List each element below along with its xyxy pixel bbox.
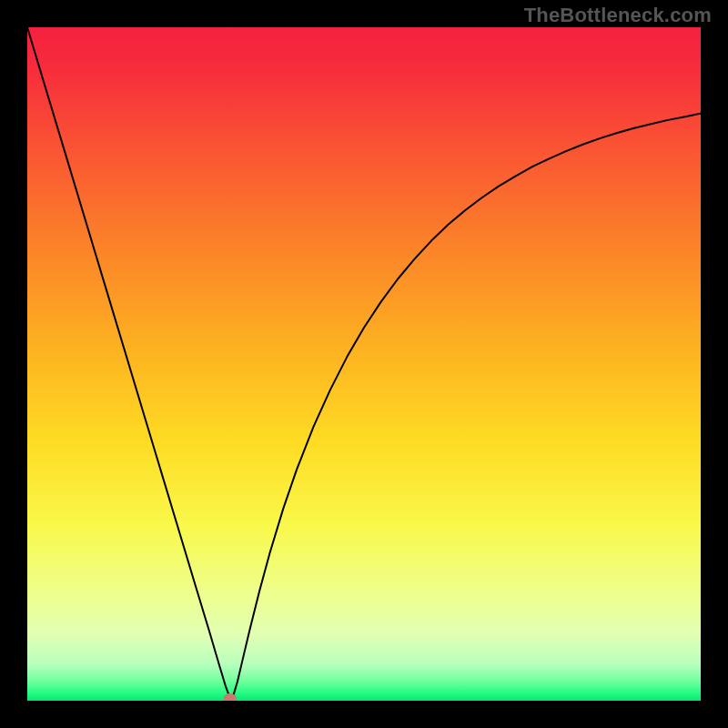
chart-stage: TheBottleneck.com bbox=[0, 0, 728, 728]
watermark-label: TheBottleneck.com bbox=[524, 4, 712, 27]
plot-frame bbox=[27, 27, 701, 701]
bottleneck-chart bbox=[27, 27, 701, 701]
